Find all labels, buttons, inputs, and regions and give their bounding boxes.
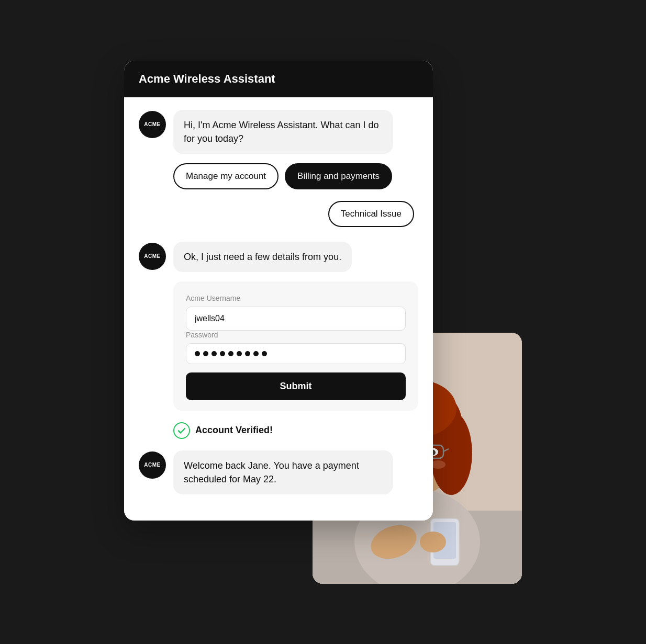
dot-5 [228, 351, 233, 356]
welcome-bubble: Welcome back Jane. You have a payment sc… [173, 450, 393, 494]
avatar-greeting: ACME [139, 111, 166, 138]
dot-1 [195, 351, 200, 356]
chat-widget: Acme Wireless Assistant ACME Hi, I'm Acm… [124, 61, 433, 521]
dot-6 [237, 351, 242, 356]
details-message-row: ACME Ok, I just need a few details from … [139, 242, 418, 272]
verified-text: Account Verified! [195, 425, 273, 436]
chat-body: ACME Hi, I'm Acme Wireless Assistant. Wh… [124, 97, 433, 521]
svg-point-27 [431, 460, 445, 469]
options-row-2: Technical Issue [139, 201, 418, 227]
greeting-bubble: Hi, I'm Acme Wireless Assistant. What ca… [173, 110, 393, 154]
dot-7 [245, 351, 250, 356]
greeting-message-row: ACME Hi, I'm Acme Wireless Assistant. Wh… [139, 110, 418, 154]
verified-row: Account Verified! [173, 422, 418, 439]
technical-issue-button[interactable]: Technical Issue [328, 201, 414, 227]
username-input[interactable] [186, 307, 406, 331]
avatar-welcome: ACME [139, 451, 166, 479]
billing-payments-button[interactable]: Billing and payments [285, 163, 392, 189]
dot-3 [211, 351, 217, 356]
dot-2 [203, 351, 208, 356]
submit-button[interactable]: Submit [186, 372, 406, 400]
dot-9 [262, 351, 267, 356]
details-bubble: Ok, I just need a few details from you. [173, 242, 352, 272]
chat-header: Acme Wireless Assistant [124, 61, 433, 97]
username-label: Acme Username [186, 294, 406, 302]
svg-point-25 [420, 532, 446, 552]
dot-8 [253, 351, 259, 356]
password-label: Password [186, 331, 406, 339]
chat-title: Acme Wireless Assistant [139, 72, 275, 85]
welcome-message-row: ACME Welcome back Jane. You have a payme… [139, 450, 418, 494]
verified-checkmark-icon [173, 422, 190, 439]
manage-account-button[interactable]: Manage my account [173, 163, 279, 189]
options-row-1: Manage my account Billing and payments [173, 163, 418, 189]
dot-4 [220, 351, 225, 356]
avatar-details: ACME [139, 243, 166, 270]
login-form-card: Acme Username Password Submit [173, 281, 418, 411]
password-field [186, 343, 406, 364]
